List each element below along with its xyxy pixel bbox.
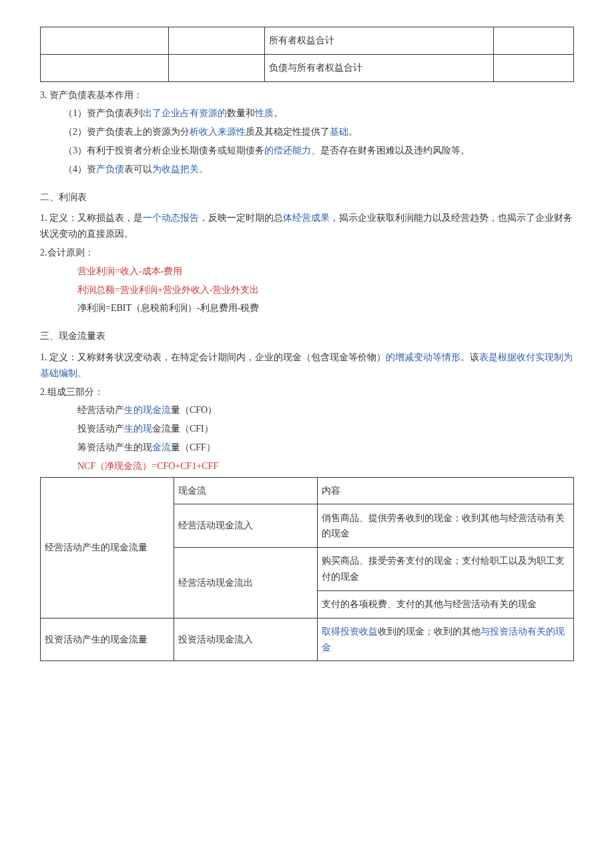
table-row: 负债与所有者权益合计 xyxy=(41,54,574,81)
cell-blank xyxy=(41,27,169,55)
section-profit-head: 二、利润表 xyxy=(40,189,574,205)
cash-part-item: 筹资活动产生的现金流量（CFF） xyxy=(40,440,574,456)
cell-cfo-inflow-label: 经营活动现金流入 xyxy=(174,504,318,548)
cell-liab-equity-total: 负债与所有者权益合计 xyxy=(264,54,494,81)
cash-part-item: 投资活动产生的现金流量（CFI） xyxy=(40,421,574,437)
cashflow-table: 经营活动产生的现金流量 现金流 内容 经营活动现金流入 俏售商品、提供劳务收到的… xyxy=(40,477,574,662)
section3-item: （1）资产负债表列出了企业占有资源的数量和性质。 xyxy=(40,105,574,121)
section3-title: 3. 资产负债表基本作用： xyxy=(40,87,574,103)
cell-blank xyxy=(168,54,264,81)
owner-equity-table: 所有者权益合计 负债与所有者权益合计 xyxy=(40,27,574,82)
cell-cfi-label: 投资活动产生的现金流量 xyxy=(41,618,174,661)
cell-blank xyxy=(168,27,264,55)
cash-part-item: 经营活动产生的现金流量（CFO） xyxy=(40,402,574,418)
cell-cfo-outflow-label: 经营活动现金流出 xyxy=(174,548,318,618)
cell-cfo-outflow-content2: 支付的各项税费、支付的其他与经营活动有关的现金 xyxy=(318,590,574,618)
cell-cfi-inflow-content: 取得投资收益收到的现金；收到的其他与投资活动有关的现金 xyxy=(318,618,574,661)
cell-cashflow-header: 现金流 xyxy=(174,477,318,504)
profit-formula: 利润总额=营业利润+营业外收入-营业外支出 xyxy=(40,282,574,298)
section3-item: （3）有利于投资者分析企业长期债务或短期债务的偿还能力、是否存在财务困难以及违约… xyxy=(40,143,574,159)
table-header-row: 经营活动产生的现金流量 现金流 内容 xyxy=(41,477,574,504)
table-row: 所有者权益合计 xyxy=(41,27,574,55)
table-row: 投资活动产生的现金流量 投资活动现金流入 取得投资收益收到的现金；收到的其他与投… xyxy=(41,618,574,661)
cash-def: 1. 定义：又称财务状况变动表，在特定会计期间内，企业的现金（包含现金等价物）的… xyxy=(40,350,574,382)
cell-cfi-inflow-label: 投资活动现金流入 xyxy=(174,618,318,661)
section3-item: （4）资产负债表可以为收益把关。 xyxy=(40,161,574,177)
section3-item: （2）资产负债表上的资源为分析收入来源性质及其稳定性提供了基础。 xyxy=(40,124,574,140)
profit-formula: 净利润=EBIT（息税前利润）-利息费用-税费 xyxy=(40,300,574,316)
cell-blank xyxy=(41,54,169,81)
section-cash-head: 三、现金流量表 xyxy=(40,328,574,344)
cell-content-header: 内容 xyxy=(318,477,574,504)
ncf-formula: NCF（净现金流）=CFO+CF1+CFF xyxy=(40,458,574,474)
profit-principle-label: 2.会计原则： xyxy=(40,245,574,261)
cell-cfo-inflow-content: 俏售商品、提供劳务收到的现金；收到其他与经营活动有关的现金 xyxy=(318,504,574,548)
cell-blank xyxy=(494,27,574,55)
profit-def: 1. 定义：又称损益表，是一个动态报告，反映一定时期的总体经营成果，揭示企业获取… xyxy=(40,210,574,242)
cell-equity-total: 所有者权益合计 xyxy=(264,27,494,55)
cash-parts-label: 2.组成三部分： xyxy=(40,384,574,400)
profit-formula: 营业利润=收入-成本-费用 xyxy=(40,264,574,280)
cell-cfo-outflow-content1: 购买商品、接受劳务支付的现金；支付给职工以及为职工支付的现金 xyxy=(318,548,574,591)
cell-cfo-label: 经营活动产生的现金流量 xyxy=(41,477,174,618)
cell-blank xyxy=(494,54,574,81)
